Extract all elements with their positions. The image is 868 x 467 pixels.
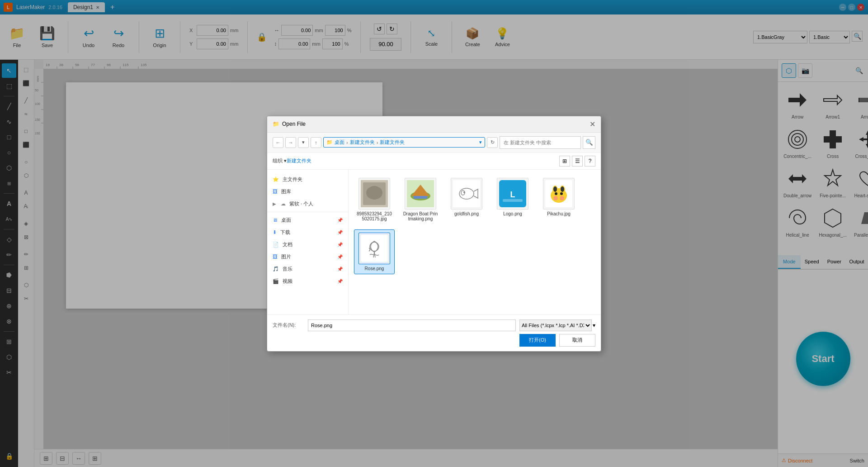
dialog-body: ⭐ 主文件夹 🖼 图库 ▶ ☁ 紫软 · 个人 🖥 桌面 📌 <box>267 170 601 315</box>
nav-forward-button[interactable]: → <box>285 137 296 148</box>
view-list-button[interactable]: ☰ <box>572 156 583 167</box>
svg-point-40 <box>366 186 382 200</box>
svg-point-59 <box>560 196 564 200</box>
svg-rect-44 <box>414 196 427 199</box>
sidebar-item-videos[interactable]: 🎬 视频 📌 <box>267 275 348 287</box>
pin-icon: 📌 <box>337 218 343 223</box>
new-folder-button[interactable]: 新建文件夹 <box>287 157 311 164</box>
pin-icon-4: 📌 <box>337 254 343 259</box>
dialog-nav: ← → ▾ ↑ 📁 桌面 › 新建文件夹 › 新建文件夹 ▾ ↻ 🔍 <box>267 133 601 153</box>
svg-rect-45 <box>453 180 480 207</box>
dialog-title: Open File <box>282 121 306 127</box>
file-thumb-1 <box>359 178 390 210</box>
breadcrumb-part-1: 桌面 <box>335 139 344 146</box>
sidebar-separator <box>267 212 348 212</box>
sidebar-item-cloud[interactable]: ▶ ☁ 紫软 · 个人 <box>267 198 348 210</box>
dialog-search-button[interactable]: 🔍 <box>583 136 595 149</box>
pin-icon-5: 📌 <box>337 267 343 272</box>
sidebar-item-documents[interactable]: 📄 文档 📌 <box>267 238 348 251</box>
sidebar-item-music[interactable]: 🎵 音乐 📌 <box>267 263 348 275</box>
dropdown-arrow: ▾ <box>593 322 595 329</box>
pin-icon-6: 📌 <box>337 279 343 284</box>
file-thumb-5 <box>543 178 575 210</box>
file-thumb-6 <box>359 233 390 264</box>
sidebar-item-main-folder[interactable]: ⭐ 主文件夹 <box>267 173 348 186</box>
dialog-toolbar: 组织 ▾ 新建文件夹 ⊞ ☰ ? <box>267 153 601 170</box>
filename-input[interactable] <box>308 319 516 331</box>
svg-rect-62 <box>361 235 388 262</box>
dialog-file-content: 8985923294_2105020175.jpg Drago <box>349 170 601 315</box>
pin-icon-2: 📌 <box>337 230 343 235</box>
dialog-titlebar: 📁 Open File ✕ <box>267 116 601 133</box>
nav-up-button[interactable]: ↑ <box>311 137 321 148</box>
file-item-5[interactable]: Pikachu.jpg <box>538 175 579 224</box>
dialog-footer: 文件名(N): All Files (*.lcpx *.lcp *.AI *.D… <box>267 315 601 351</box>
svg-point-60 <box>555 192 557 195</box>
file-thumb-2 <box>405 178 436 210</box>
svg-text:L: L <box>510 190 515 199</box>
breadcrumb-part-3: 新建文件夹 <box>380 139 405 146</box>
image-icon: 🖼 <box>273 189 278 194</box>
pin-icon-3: 📌 <box>337 242 343 247</box>
breadcrumb-home-icon: 📁 <box>326 139 333 145</box>
svg-rect-51 <box>503 199 523 202</box>
file-item-6[interactable]: Rose.png <box>354 229 395 274</box>
open-file-dialog: 📁 Open File ✕ ← → ▾ ↑ 📁 桌面 › 新建文件夹 › 新建文… <box>267 116 601 352</box>
dialog-sidebar: ⭐ 主文件夹 🖼 图库 ▶ ☁ 紫软 · 个人 🖥 桌面 📌 <box>267 170 349 315</box>
doc-icon: 📄 <box>273 242 279 248</box>
svg-point-48 <box>463 191 465 193</box>
help-button[interactable]: ? <box>585 156 595 167</box>
pic-icon: 🖼 <box>273 254 278 259</box>
file-grid: 8985923294_2105020175.jpg Drago <box>354 175 595 274</box>
dialog-overlay[interactable]: 📁 Open File ✕ ← → ▾ ↑ 📁 桌面 › 新建文件夹 › 新建文… <box>0 0 868 467</box>
cloud-icon: ☁ <box>281 201 286 207</box>
file-item-2[interactable]: Dragon Boat Printmaking.png <box>400 175 441 224</box>
nav-dropdown-button[interactable]: ▾ <box>298 137 309 148</box>
download-icon: ⬇ <box>273 229 277 235</box>
desktop-icon: 🖥 <box>273 217 278 223</box>
breadcrumb-part-2: 新建文件夹 <box>350 139 375 146</box>
file-thumb-3 <box>451 178 482 210</box>
svg-point-57 <box>561 186 564 192</box>
file-item-3[interactable]: goldfish.png <box>446 175 487 224</box>
music-icon: 🎵 <box>273 266 279 272</box>
file-thumb-4: L <box>497 178 528 210</box>
sidebar-item-downloads[interactable]: ⬇ 下载 📌 <box>267 226 348 238</box>
filetype-dropdown[interactable]: All Files (*.lcpx *.lcp *.AI *.DX <box>519 319 592 331</box>
view-grid-button[interactable]: ⊞ <box>559 156 570 167</box>
svg-point-58 <box>553 196 558 200</box>
dialog-close-button[interactable]: ✕ <box>590 120 595 129</box>
cancel-button[interactable]: 取消 <box>559 334 595 347</box>
sidebar-item-gallery[interactable]: 🖼 图库 <box>267 186 348 198</box>
filename-label: 文件名(N): <box>273 322 304 329</box>
dialog-folder-icon: 📁 <box>273 121 279 127</box>
file-item-4[interactable]: L Logo.png <box>492 175 533 224</box>
nav-back-button[interactable]: ← <box>273 137 283 148</box>
star-icon: ⭐ <box>273 176 279 182</box>
nav-refresh-button[interactable]: ↻ <box>487 137 498 148</box>
breadcrumb[interactable]: 📁 桌面 › 新建文件夹 › 新建文件夹 ▾ <box>323 137 485 148</box>
file-item-1[interactable]: 8985923294_2105020175.jpg <box>354 175 395 224</box>
open-button[interactable]: 打开(O) <box>519 334 556 347</box>
view-buttons: ⊞ ☰ ? <box>559 156 595 167</box>
svg-point-61 <box>560 192 563 195</box>
dialog-search-input[interactable] <box>500 136 581 149</box>
sidebar-item-pictures[interactable]: 🖼 图片 📌 <box>267 251 348 263</box>
svg-point-56 <box>553 186 557 192</box>
video-icon: 🎬 <box>273 278 279 284</box>
sidebar-item-desktop[interactable]: 🖥 桌面 📌 <box>267 214 348 226</box>
organize-button[interactable]: 组织 ▾ <box>273 157 287 164</box>
